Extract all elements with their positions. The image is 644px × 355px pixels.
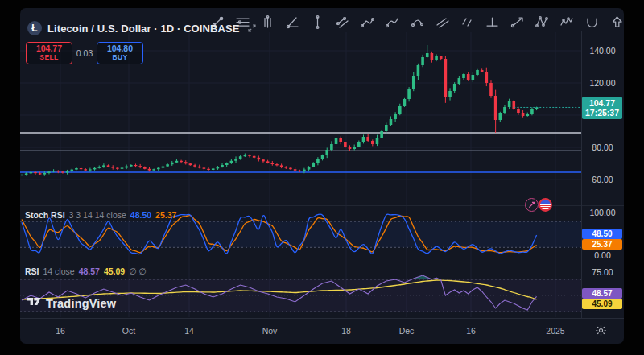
fib-retracement-icon[interactable] (260, 14, 275, 30)
buy-price: 104.80 (107, 44, 133, 53)
event-marker-icon[interactable] (525, 198, 539, 212)
stoch-axis-label: 100.00 (581, 208, 624, 217)
rsi-legend[interactable]: RSI 14 close 48.57 45.09 ∅ ∅ (25, 266, 146, 276)
time-axis-tick: Dec (399, 326, 415, 336)
screen: Ł Litecoin / U.S. Dollar · 1D · COINBASE… (0, 0, 644, 355)
price-axis-label: 60.00 (581, 175, 624, 184)
time-axis-tick: 16 (466, 326, 476, 336)
last-price: 104.77 (582, 98, 622, 108)
time-axis-tick: 14 (184, 326, 194, 336)
stoch-d-value: 25.37 (155, 210, 176, 220)
ray-icon[interactable] (510, 14, 525, 30)
time-axis[interactable]: 16Oct14Nov18Dec162025 (20, 318, 624, 344)
chart-window: Ł Litecoin / U.S. Dollar · 1D · COINBASE… (20, 8, 624, 344)
price-axis-label: 140.00 (581, 46, 624, 56)
symbol-legend[interactable]: Ł Litecoin / U.S. Dollar · 1D · COINBASE (27, 21, 257, 35)
stoch-value-badge: 48.50 (582, 229, 622, 239)
tradingview-logo-icon (27, 295, 42, 312)
price-axis-label: 80.00 (581, 142, 624, 152)
trend-angle-icon[interactable] (285, 14, 300, 30)
time-axis-tick: Nov (262, 326, 278, 336)
us-flag-event-icon[interactable] (539, 198, 552, 212)
stoch-value-badge: 25.37 (582, 239, 622, 250)
last-price-badge: 104.7717:25:37 (582, 97, 622, 119)
elliott-wave-icon[interactable] (559, 14, 575, 30)
xabcd-pattern-icon[interactable] (535, 14, 550, 30)
parallel-channel-icon[interactable] (335, 14, 350, 30)
time-axis-tick: 16 (56, 326, 65, 336)
stoch-axis-label: 0.00 (581, 250, 624, 260)
rsi-value-badge: 48.57 (582, 288, 622, 299)
rsi-name: RSI (25, 266, 39, 276)
watermark-text: TradingView (46, 297, 116, 310)
rsi-axis-label: 75.00 (581, 267, 624, 277)
price-axis-label: 120.00 (581, 78, 624, 88)
expand-arrows-icon[interactable] (247, 23, 257, 33)
time-axis-tick: Oct (122, 326, 135, 336)
brush-icon[interactable] (385, 14, 400, 30)
vertical-line-icon[interactable] (310, 14, 325, 30)
stoch-k-value: 48.50 (130, 210, 151, 220)
spread-value: 0.03 (72, 48, 97, 58)
symbol-title[interactable]: Litecoin / U.S. Dollar · 1D · COINBASE (47, 23, 240, 35)
buy-label: BUY (112, 53, 127, 62)
rsi-params: 14 close (43, 266, 75, 276)
rsi-empty-slots: ∅ ∅ (129, 266, 146, 276)
perpendicular-icon[interactable] (485, 14, 500, 30)
tradingview-watermark[interactable]: TradingView (27, 295, 116, 312)
time-axis-tick: 18 (341, 326, 351, 336)
sell-price: 104.77 (36, 44, 62, 53)
buy-button[interactable]: 104.80 BUY (97, 42, 143, 64)
litecoin-logo-icon: Ł (27, 21, 42, 35)
stoch-rsi-legend[interactable]: Stoch RSI 3 3 14 14 close 48.50 25.37 (25, 210, 176, 220)
stoch-rsi-name: Stoch RSI (25, 210, 65, 220)
order-panel: 104.77 SELL 0.03 104.80 BUY (26, 42, 143, 64)
double-trend-icon[interactable] (435, 14, 450, 30)
rsi-ma-value: 45.09 (104, 266, 125, 276)
pane-divider[interactable] (20, 262, 624, 262)
sell-label: SELL (39, 53, 58, 62)
price-scale[interactable]: 140.00120.0080.0060.00104.7717:25:37100.… (581, 8, 624, 344)
short-marker-icon[interactable] (460, 14, 475, 30)
polyline-icon[interactable] (360, 14, 375, 30)
rsi-value: 48.57 (79, 266, 100, 276)
bar-countdown: 17:25:37 (582, 108, 622, 118)
drawing-toolbar (210, 12, 624, 31)
sell-button[interactable]: 104.77 SELL (26, 42, 72, 64)
arc-icon[interactable] (410, 14, 425, 30)
stoch-rsi-params: 3 3 14 14 close (69, 210, 126, 220)
rsi-value-badge: 45.09 (582, 299, 622, 309)
time-axis-tick: 2025 (546, 326, 564, 336)
